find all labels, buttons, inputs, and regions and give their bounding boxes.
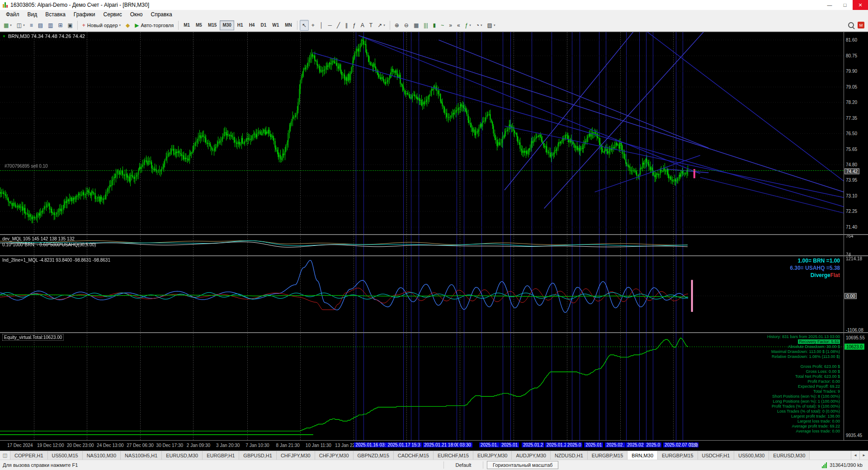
time-axis-label: 19 Dec 12:00: [37, 443, 64, 448]
zoom-in-button[interactable]: ⊕: [392, 20, 401, 31]
current-price-badge: 10623.0: [844, 344, 864, 350]
text-label-button[interactable]: T: [367, 20, 375, 31]
chart-shift-button[interactable]: «: [455, 20, 462, 31]
trendline-button[interactable]: ╱: [335, 20, 342, 31]
periods-button[interactable]: ◔▾: [474, 20, 485, 31]
tile-windows-button[interactable]: ▦: [411, 20, 421, 31]
timeframe-m30-button[interactable]: M30: [220, 20, 234, 30]
horizontal-line-button[interactable]: ─: [326, 20, 334, 31]
sell-order-line[interactable]: [0, 170, 844, 171]
tab-nzdusd-h1[interactable]: NZDUSD,H1: [551, 451, 588, 460]
timeframe-m5-button[interactable]: M5: [193, 20, 205, 30]
panel-splitter-1[interactable]: [0, 234, 868, 235]
fibonacci-button[interactable]: ƒ: [350, 20, 358, 31]
time-axis[interactable]: 17 Dec 202419 Dec 12:0020 Dec 23:0024 De…: [0, 440, 868, 451]
metaeditor-button[interactable]: ◆: [123, 20, 132, 31]
timeframe-h1-button[interactable]: H1: [235, 20, 246, 30]
tab-scroll-left-button[interactable]: ◄: [851, 451, 859, 460]
data-window-button[interactable]: ▤: [36, 20, 45, 31]
candlestick-mode-button[interactable]: ▮: [431, 20, 439, 31]
spread-indicator-panel[interactable]: dev_MQL 105 145 142 138 135 132 0.10*100…: [0, 235, 844, 255]
tab-audjpy-m30[interactable]: AUDJPY,M30: [512, 451, 550, 460]
time-axis-label: 2025.01.2: [522, 442, 545, 447]
indicators-list-button[interactable]: ƒ▾: [463, 20, 473, 31]
tab-nas100-m30[interactable]: NAS100,M30: [83, 451, 121, 460]
equity-stat-line: Total Trades: 9: [767, 389, 840, 394]
new-order-button[interactable]: +Новый ордер▾: [80, 20, 123, 31]
tab-chfjpy-m30[interactable]: CHFJPY,M30: [315, 451, 354, 460]
tab-eurchf-m15[interactable]: EURCHF,M15: [434, 451, 473, 460]
close-button[interactable]: ✕: [853, 0, 868, 10]
tab-us500-m30[interactable]: US500,M30: [734, 451, 769, 460]
terminal-button[interactable]: ⊞: [56, 20, 65, 31]
timeframe-w1-button[interactable]: W1: [269, 20, 282, 30]
bar-chart-mode-button[interactable]: |||: [421, 20, 430, 31]
equity-panel[interactable]: Equity_virtual.Total:10623.00 History: 8…: [0, 333, 844, 440]
timeframe-d1-button[interactable]: D1: [258, 20, 269, 30]
market-watch-button[interactable]: ≡: [28, 20, 35, 31]
timeframe-h4-button[interactable]: H4: [246, 20, 258, 30]
main-chart-panel[interactable]: ▼BRN,M30 74.34 74.48 74.26 74.42 #700796…: [0, 32, 844, 234]
chart-windows-icon[interactable]: ◫: [0, 451, 10, 460]
menu-item-charts[interactable]: Графики: [70, 11, 99, 18]
spread-indicator-canvas[interactable]: [0, 235, 844, 255]
panel-splitter-2[interactable]: [0, 255, 868, 256]
new-chart-button[interactable]: ▦▾: [1, 20, 14, 31]
line-chart-mode-button[interactable]: ~: [439, 20, 446, 31]
tab-brn-m30[interactable]: BRN,M30: [627, 451, 658, 460]
tab-eurgbp-m15[interactable]: EURGBP,M15: [588, 451, 628, 460]
tab-usdchf-h1[interactable]: USDCHF,H1: [698, 451, 735, 460]
tab-copper-h1[interactable]: COPPER,H1: [10, 451, 48, 460]
oscillator-indicator-panel[interactable]: Ind_2line+1_MQL -4.8231 93.8400 -98.8631…: [0, 256, 844, 332]
tab-gbpusd-h1[interactable]: GBPUSD,H1: [239, 451, 277, 460]
oscillator-canvas[interactable]: [0, 256, 844, 332]
zoom-out-button[interactable]: ⊖: [402, 20, 411, 31]
tab-eurusd-m30[interactable]: EURUSD,M30: [162, 451, 203, 460]
menu-item-insert[interactable]: Вставка: [41, 11, 70, 18]
navigator-button[interactable]: ▥: [46, 20, 55, 31]
tab-chfjpy-m30[interactable]: CHFJPY,M30: [277, 451, 315, 460]
autotrading-button[interactable]: ▶Авто-торговля: [132, 20, 176, 31]
equity-curve-canvas[interactable]: [0, 333, 844, 440]
auto-scroll-button[interactable]: »: [447, 20, 454, 31]
vertical-line-button[interactable]: │: [317, 20, 326, 31]
crosshair-button[interactable]: +: [309, 20, 317, 31]
tab-eurusd-m30[interactable]: EURUSD,M30: [769, 451, 810, 460]
tab-eurgbp-h1[interactable]: EURGBP,H1: [203, 451, 239, 460]
search-icon[interactable]: [848, 22, 854, 28]
tab-us500-m15[interactable]: US500,M15: [48, 451, 83, 460]
candlestick-chart-canvas[interactable]: [0, 32, 844, 234]
panel-splitter-3[interactable]: [0, 332, 868, 333]
menu-item-file[interactable]: Файл: [2, 11, 24, 18]
timeframe-mn-button[interactable]: MN: [282, 20, 295, 30]
text-button[interactable]: A: [359, 20, 367, 31]
timeframe-m1-button[interactable]: M1: [181, 20, 193, 30]
tab-scroll-right-button[interactable]: ►: [859, 451, 868, 460]
restore-button[interactable]: □: [837, 0, 853, 10]
community-icon[interactable]: M: [858, 22, 864, 28]
strategy-tester-button[interactable]: ▣: [65, 20, 75, 31]
price-scale[interactable]: 81.6080.7579.9079.0578.2077.3576.5075.65…: [844, 32, 868, 440]
tab-eurjpy-m30[interactable]: EURJPY,M30: [473, 451, 512, 460]
templates-button[interactable]: ▧▾: [485, 20, 498, 31]
strategy-tester-icon: ▣: [67, 23, 72, 28]
equidistant-channel-button[interactable]: ∥: [343, 20, 350, 31]
time-axis-label: 17 Dec 2024: [7, 443, 33, 448]
menu-item-help[interactable]: Справка: [147, 11, 176, 18]
status-bar: Для вызова справки нажмите F1 Default Го…: [0, 460, 868, 470]
equity-stat-line: Long Positions (won %): 1 (100.00%): [767, 399, 840, 404]
menu-item-view[interactable]: Вид: [24, 11, 42, 18]
status-profile[interactable]: Default: [444, 462, 483, 468]
scale-tick-label: 80.75: [846, 53, 857, 58]
tab-gbpnzd-m15[interactable]: GBPNZD,M15: [354, 451, 394, 460]
tab-cadchf-m15[interactable]: CADCHF,M15: [394, 451, 434, 460]
cursor-button[interactable]: ↖: [300, 20, 309, 31]
menu-item-window[interactable]: Окно: [126, 11, 147, 18]
profiles-button[interactable]: ◫▾: [14, 20, 27, 31]
arrows-button[interactable]: ↗▾: [375, 20, 387, 31]
timeframe-m15-button[interactable]: M15: [205, 20, 219, 30]
minimize-button[interactable]: —: [822, 0, 837, 10]
tab-eurgbp-m15[interactable]: EURGBP,M15: [658, 451, 698, 460]
menu-item-service[interactable]: Сервис: [99, 11, 126, 18]
tab-nas100h5-h1[interactable]: NAS100H5,H1: [121, 451, 162, 460]
